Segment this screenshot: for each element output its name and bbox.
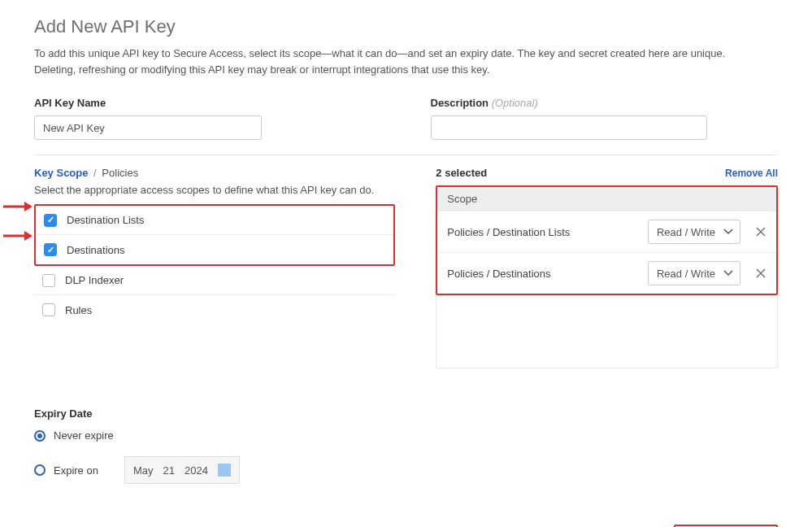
chevron-down-icon [723,270,733,277]
scope-item-rules[interactable]: Rules [34,295,395,324]
radio-expire-on-label: Expire on [54,464,98,477]
selected-empty-space [436,295,778,368]
selected-row-label: Policies / Destinations [447,268,550,280]
remove-all-link[interactable]: Remove All [725,168,778,179]
scope-item-destination-lists[interactable]: Destination Lists [36,206,393,235]
scope-item-dlp-indexer[interactable]: DLP Indexer [34,266,395,295]
scope-description: Select the appropriate access scopes to … [34,184,395,196]
remove-scope-button[interactable] [755,268,766,279]
selected-row: Policies / Destination Lists Read / Writ… [437,211,776,252]
svg-marker-3 [24,202,33,211]
annotation-arrow [3,229,33,242]
permission-select[interactable]: Read / Write [648,220,740,244]
breadcrumb: Key Scope / Policies [34,167,395,179]
divider [34,155,778,155]
description-input[interactable] [431,115,707,140]
expiry-label: Expiry Date [34,407,778,420]
checkbox-icon[interactable] [42,303,55,316]
api-key-name-label: API Key Name [34,97,382,109]
radio-never-expire-label: Never expire [54,429,114,442]
radio-expire-on[interactable] [34,464,46,476]
description-label: Description (Optional) [431,97,779,109]
api-key-name-input[interactable] [34,115,262,140]
close-icon [755,268,766,279]
selected-row-label: Policies / Destination Lists [447,226,570,238]
breadcrumb-root[interactable]: Key Scope [34,167,88,179]
svg-marker-5 [24,231,33,241]
annotation-arrow [3,200,33,213]
close-icon [755,226,766,237]
remove-scope-button[interactable] [755,226,766,237]
selected-count: 2 selected [436,167,487,179]
page-intro: To add this unique API key to Secure Acc… [34,46,766,77]
page-title: Add New API Key [34,16,778,37]
radio-never-expire[interactable] [34,430,46,442]
checkbox-icon[interactable] [44,243,57,256]
permission-select[interactable]: Read / Write [648,261,740,285]
checkbox-icon[interactable] [44,214,57,227]
expiry-date-picker[interactable]: May 21 2024 [124,456,240,484]
chevron-down-icon [723,229,733,235]
breadcrumb-current: Policies [102,167,138,179]
selected-row: Policies / Destinations Read / Write [437,252,776,294]
scope-item-destinations[interactable]: Destinations [36,235,393,264]
selected-table-header: Scope [437,187,776,211]
checkbox-icon[interactable] [42,274,55,287]
calendar-icon [218,464,231,477]
